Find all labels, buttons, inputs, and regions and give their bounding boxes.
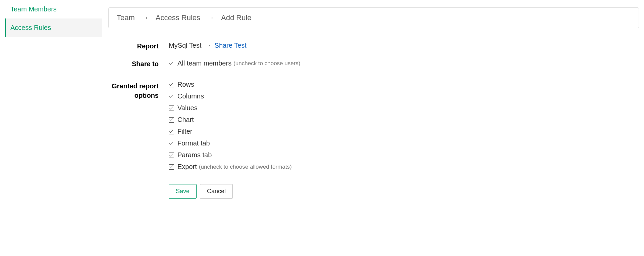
breadcrumb-part[interactable]: Team: [117, 13, 135, 22]
grant-option-hint: (uncheck to choose allowed formats): [199, 164, 292, 170]
grant-option-label: Params tab: [177, 151, 212, 159]
grant-option-checkbox[interactable]: [169, 117, 174, 123]
grant-option-label: Rows: [177, 81, 194, 88]
sidebar: Team Members Access Rules: [5, 0, 102, 208]
share-all-label: All team members: [177, 59, 231, 67]
grant-options-label: Granted report options: [108, 81, 169, 100]
grant-option-checkbox[interactable]: [169, 164, 174, 170]
report-link[interactable]: Share Test: [215, 42, 247, 49]
share-all-hint: (uncheck to choose users): [233, 60, 300, 67]
report-label: Report: [108, 42, 169, 50]
report-source: MySql Test: [169, 42, 201, 49]
grant-option-checkbox[interactable]: [169, 141, 174, 146]
grant-option-label: Format tab: [177, 139, 210, 147]
breadcrumb: Team → Access Rules → Add Rule: [108, 7, 639, 28]
grant-option-checkbox[interactable]: [169, 105, 174, 111]
arrow-right-icon: →: [142, 13, 149, 22]
share-to-label: Share to: [108, 59, 169, 68]
grant-option-checkbox[interactable]: [169, 153, 174, 158]
grant-option-checkbox[interactable]: [169, 94, 174, 99]
grant-option-label: Chart: [177, 116, 194, 124]
grant-option-label: Values: [177, 104, 198, 112]
save-button[interactable]: Save: [169, 184, 197, 199]
breadcrumb-part[interactable]: Access Rules: [156, 13, 200, 22]
arrow-right-icon: →: [205, 42, 211, 49]
report-value: MySql Test → Share Test: [169, 42, 247, 49]
arrow-right-icon: →: [207, 13, 214, 22]
sidebar-item-access-rules[interactable]: Access Rules: [5, 18, 102, 37]
grant-option-checkbox[interactable]: [169, 129, 174, 134]
share-all-checkbox[interactable]: [169, 61, 174, 66]
grant-option-checkbox[interactable]: [169, 82, 174, 87]
sidebar-item-team-members[interactable]: Team Members: [5, 0, 102, 18]
cancel-button[interactable]: Cancel: [200, 184, 233, 199]
breadcrumb-part: Add Rule: [221, 13, 252, 22]
grant-option-label: Export: [177, 163, 197, 171]
grant-option-label: Columns: [177, 92, 204, 100]
grant-option-label: Filter: [177, 128, 192, 135]
main-content: Team → Access Rules → Add Rule Report My…: [102, 0, 639, 208]
